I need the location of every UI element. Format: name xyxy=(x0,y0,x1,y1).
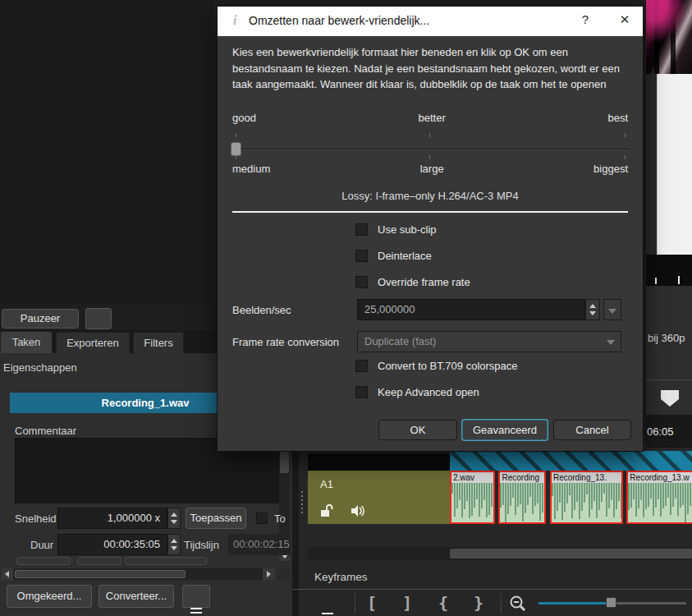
audio-clip[interactable]: 2.wav xyxy=(450,471,495,524)
slider-tick xyxy=(236,155,236,159)
info-icon: i xyxy=(233,13,236,28)
clip-label: Recording_13.w xyxy=(628,472,692,483)
tab-taken[interactable]: Taken xyxy=(0,331,53,353)
toolbar-separator xyxy=(501,594,502,614)
size-labels: medium large biggest xyxy=(232,163,628,175)
speaker-icon[interactable] xyxy=(351,503,367,518)
tab-exporteren[interactable]: Exporteren xyxy=(56,332,130,353)
apply-button[interactable]: Toepassen xyxy=(186,508,246,529)
waveform xyxy=(451,483,493,522)
audio-track-header[interactable]: A1 xyxy=(308,471,450,524)
pitch-label-partial: To xyxy=(274,513,286,525)
audio-clips-row: 2.wav Recording Recording_13. Recording_… xyxy=(450,471,692,524)
zoom-slider-handle[interactable] xyxy=(606,597,616,608)
close-button[interactable]: ✕ xyxy=(615,12,635,27)
clip-label: Recording_13. xyxy=(552,472,621,483)
ruler-dark-strip xyxy=(646,255,692,286)
fps-label: Beelden/sec xyxy=(232,304,291,316)
fps-spinner[interactable] xyxy=(585,299,600,320)
audio-clip[interactable]: Recording_13. xyxy=(550,471,623,524)
zoom-out-icon[interactable] xyxy=(509,595,527,613)
duration-label: Duur xyxy=(30,539,53,551)
slider-tick xyxy=(236,133,236,137)
waveform xyxy=(628,483,692,522)
size-biggest-label: biggest xyxy=(593,163,628,175)
video-thumbnail xyxy=(646,0,692,74)
audio-clip[interactable]: Recording xyxy=(498,471,546,524)
reversed-button[interactable]: Omgekeerd... xyxy=(7,585,92,608)
ruler-tick xyxy=(655,278,657,284)
hscrollbar-right-button[interactable] xyxy=(263,568,274,580)
unlock-icon[interactable] xyxy=(319,503,334,518)
spinner-down-icon xyxy=(171,520,177,524)
toolbar-separator xyxy=(355,594,355,614)
pause-button[interactable]: Pauzeer xyxy=(2,309,79,329)
quality-best-label: best xyxy=(607,112,628,124)
keyframes-menu-button[interactable] xyxy=(322,603,333,616)
video-track-clip[interactable] xyxy=(450,451,692,471)
waveform xyxy=(552,483,621,522)
help-button[interactable]: ? xyxy=(575,12,595,26)
arrow-left-icon xyxy=(5,571,9,577)
track-head-spacer xyxy=(308,453,450,471)
set-first-keyframe-button[interactable]: { xyxy=(438,593,448,613)
panel-drag-handle[interactable] xyxy=(301,491,303,516)
bt709-checkbox[interactable] xyxy=(355,360,368,372)
hscrollbar-thumb[interactable] xyxy=(15,570,186,578)
override-framerate-label: Override frame rate xyxy=(378,276,470,288)
duration-spinner[interactable] xyxy=(167,534,181,555)
side-panel-fragment xyxy=(657,74,692,255)
menu-icon xyxy=(190,608,202,609)
ok-button[interactable]: OK xyxy=(378,420,457,440)
override-framerate-checkbox[interactable] xyxy=(355,276,368,288)
clipped-button xyxy=(16,557,71,565)
convert-button[interactable]: Converteer... xyxy=(99,585,174,608)
dialog-titlebar[interactable]: i Omzetten naar bewerk-vriendelijk... ? … xyxy=(218,7,643,36)
size-medium-label: medium xyxy=(232,163,270,175)
audio-clip[interactable]: Recording_13.w xyxy=(626,471,692,524)
timeline-pos-value: 00:00:02:15 xyxy=(228,534,291,555)
slider-tick xyxy=(429,155,430,159)
hscrollbar-left-button[interactable] xyxy=(2,568,13,580)
frc-label: Frame rate conversion xyxy=(232,336,339,348)
clipped-button xyxy=(77,557,121,565)
jobs-menu-button[interactable] xyxy=(85,308,112,329)
speed-input[interactable]: 1,000000 x xyxy=(57,508,167,529)
tab-filters[interactable]: Filters xyxy=(133,332,184,353)
use-subclip-checkbox[interactable] xyxy=(355,223,368,236)
speed-spinner[interactable] xyxy=(167,508,181,529)
frc-dropdown[interactable]: Duplicate (fast) xyxy=(357,331,621,352)
set-filter-end-button[interactable]: ] xyxy=(402,593,412,613)
size-large-label: large xyxy=(420,163,444,175)
spinner-up-icon xyxy=(171,539,177,543)
timeline-pos-label: Tijdslijn xyxy=(184,539,219,551)
spinner-up-icon xyxy=(589,304,596,308)
comment-label: Commentaar xyxy=(15,425,76,437)
set-last-keyframe-button[interactable]: } xyxy=(474,593,483,613)
zoom-slider-fill xyxy=(538,602,611,605)
duration-input[interactable]: 00:00:35:05 xyxy=(57,534,167,555)
quality-better-label: better xyxy=(419,112,446,124)
clip-label: 2.wav xyxy=(451,472,493,483)
dialog-title: Omzetten naar bewerk-vriendelijk... xyxy=(249,14,429,27)
convert-dialog: i Omzetten naar bewerk-vriendelijk... ? … xyxy=(218,7,643,451)
fps-input[interactable]: 25,000000 xyxy=(357,299,585,320)
advanced-button[interactable]: Geavanceerd xyxy=(462,420,548,440)
cancel-button[interactable]: Cancel xyxy=(553,420,631,440)
timeline-scroll-thumb[interactable] xyxy=(450,549,692,559)
fps-presets-dropdown[interactable] xyxy=(603,299,621,320)
menu-icon xyxy=(322,613,333,614)
keep-advanced-checkbox[interactable] xyxy=(355,386,368,398)
quality-labels: good better best xyxy=(232,112,628,124)
properties-menu-button[interactable] xyxy=(182,585,210,608)
quality-slider-track[interactable] xyxy=(231,149,629,150)
quality-slider-handle[interactable] xyxy=(231,142,241,156)
quality-good-label: good xyxy=(232,112,256,124)
keep-advanced-label: Keep Advanced open xyxy=(378,386,479,398)
ruler-timecode: 06:05 xyxy=(647,425,674,438)
pitch-checkbox[interactable] xyxy=(256,513,268,524)
deinterlace-checkbox[interactable] xyxy=(355,250,368,262)
track-name: A1 xyxy=(320,478,333,490)
set-filter-start-button[interactable]: [ xyxy=(367,593,377,613)
spinner-down-icon xyxy=(589,311,596,315)
